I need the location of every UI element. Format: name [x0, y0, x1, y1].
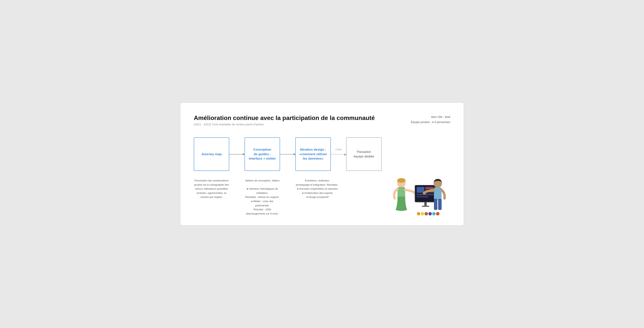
svg-rect-16	[438, 199, 442, 210]
svg-point-17	[423, 191, 426, 195]
meta-team: Équipe produit : 4-5 personnes	[411, 119, 450, 125]
svg-point-20	[424, 212, 428, 215]
svg-point-23	[436, 212, 440, 215]
svg-rect-15	[434, 199, 438, 210]
illustration-area	[387, 175, 450, 219]
desc-3-text: Entretiens, restitution,prototypage et i…	[296, 179, 339, 198]
arrow-line-1	[229, 154, 244, 155]
box-wrapper-4: Passationéquipe dédiée	[346, 137, 382, 171]
dashed-line	[331, 154, 346, 155]
header-row: Amélioration continue avec la participat…	[194, 114, 450, 136]
svg-point-1	[397, 178, 406, 183]
svg-rect-6	[417, 187, 424, 193]
main-card: Amélioration continue avec la participat…	[180, 103, 464, 226]
desc-2-text: Ateliers de conception, édition :● Inter…	[245, 179, 280, 215]
desc-3: Entretiens, restitution,prototypage et i…	[295, 178, 340, 199]
meta-block: Mon rôle : lead Équipe produit : 4-5 per…	[411, 114, 450, 125]
svg-point-22	[432, 212, 436, 215]
desc-1: Priorisation des améliorations produit v…	[194, 178, 229, 199]
desc-1-text: Priorisation des améliorations produit v…	[194, 179, 229, 198]
svg-rect-10	[417, 196, 428, 197]
box-passation-label: Passationéquipe dédiée	[354, 150, 374, 159]
arrow-1	[229, 154, 244, 155]
box-wrapper-2: Conceptionde guides :interface + métier	[244, 137, 280, 171]
dashed-label: 2 ans	[336, 148, 342, 151]
meta-role: Mon rôle : lead	[411, 114, 450, 119]
box-passation: Passationéquipe dédiée	[346, 137, 382, 171]
svg-point-18	[417, 212, 420, 215]
svg-rect-11	[424, 202, 427, 206]
illustration-svg	[387, 175, 450, 219]
dashed-connector: 2 ans	[331, 154, 346, 155]
box-conception: Conceptionde guides :interface + métier	[244, 137, 280, 171]
svg-point-21	[428, 212, 432, 215]
desc-2: Ateliers de conception, édition :● Inter…	[244, 178, 280, 216]
subtitle: (2021 - 2022) Trois exemples de rendus p…	[194, 123, 375, 126]
box-iteration-label: Itération design :«comment utiliserles d…	[299, 147, 327, 161]
page-title: Amélioration continue avec la participat…	[194, 114, 375, 122]
dashed-arrow-head	[344, 154, 346, 156]
svg-rect-12	[422, 206, 429, 207]
box-iteration: Itération design :«comment utiliserles d…	[295, 137, 331, 171]
box-journey-map-label: Journey map	[202, 152, 222, 157]
boxes-row: Journey map Conceptionde guides :interfa…	[194, 137, 450, 171]
arrow-2	[280, 154, 295, 155]
svg-point-19	[421, 212, 424, 215]
title-block: Amélioration continue avec la participat…	[194, 114, 375, 136]
svg-rect-14	[434, 187, 442, 200]
arrow-line-2	[280, 154, 295, 155]
box-wrapper-1: Journey map	[194, 137, 229, 171]
box-conception-label: Conceptionde guides :interface + métier	[249, 147, 276, 161]
box-journey-map: Journey map	[194, 137, 229, 171]
box-wrapper-3: Itération design :«comment utiliserles d…	[295, 137, 331, 171]
